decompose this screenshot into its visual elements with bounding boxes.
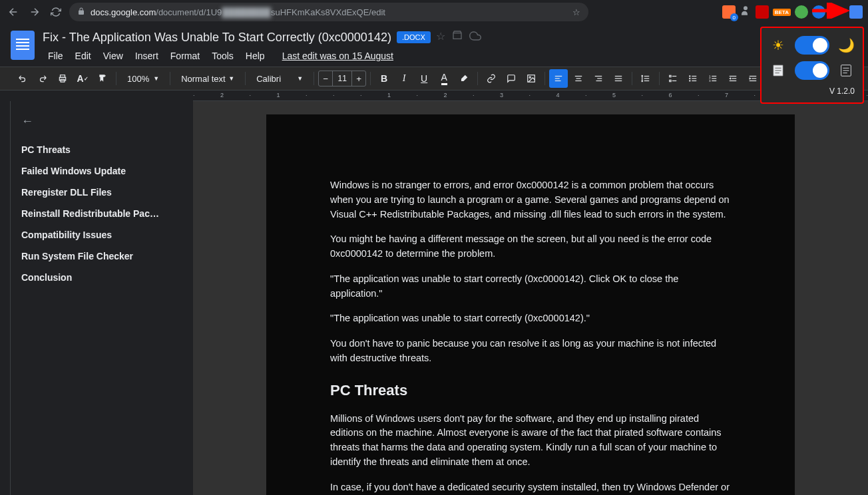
beta-badge[interactable]: BETA [773,9,791,16]
paint-format-button[interactable] [93,69,112,88]
svg-point-27 [690,76,690,77]
menu-tools[interactable]: Tools [206,48,239,64]
last-edit-link[interactable]: Last edit was on 15 August [282,51,393,61]
link-button[interactable] [482,69,501,88]
back-button[interactable] [5,4,21,20]
move-icon[interactable] [452,30,463,45]
cloud-icon[interactable] [469,30,481,45]
numbered-list-button[interactable]: 123 [704,69,722,88]
italic-button[interactable]: I [395,69,413,88]
zoom-select[interactable]: 100%▼ [120,71,166,86]
outline-item[interactable]: Run System File Checker [21,246,182,267]
bullet-list-button[interactable] [684,69,702,88]
outline-item[interactable]: Conclusion [21,267,182,288]
sun-icon: ☀ [769,37,787,54]
outdent-button[interactable] [724,69,742,88]
menu-view[interactable]: View [98,48,128,64]
separator [116,72,116,85]
paragraph: "The application was unable to start cor… [330,272,731,301]
outline-item[interactable]: Compatibility Issues [21,224,182,246]
checklist-button[interactable] [664,69,682,88]
align-center-button[interactable] [569,69,588,88]
menu-help[interactable]: Help [240,48,270,64]
size-decrease-button[interactable]: − [319,71,332,86]
undo-button[interactable] [13,69,32,88]
font-size-input[interactable] [332,71,352,86]
font-select[interactable]: Calibri▼ [250,71,310,86]
outline-back-button[interactable]: ← [21,114,182,128]
svg-point-0 [744,6,748,10]
indent-button[interactable] [744,69,762,88]
vertical-ruler[interactable] [0,101,11,495]
font-size-control: − + [318,71,366,86]
reload-button[interactable] [48,4,64,20]
align-right-button[interactable] [589,69,608,88]
paragraph: You don't have to panic because you can … [330,337,731,366]
highlight-button[interactable] [455,69,473,88]
moon-icon: 🌙 [837,37,855,54]
paragraph: "The application was unable to start cor… [330,311,731,326]
separator [170,72,170,85]
separator [245,72,246,85]
ext-icon-2[interactable] [740,5,752,19]
light-doc-icon [769,62,787,79]
paragraph: In case, if you don't have a dedicated s… [330,480,731,496]
svg-rect-23 [670,75,671,77]
annotation-arrow [811,3,857,19]
formatting-toolbar: A✓ 100%▼ Normal text▼ Calibri▼ − + B I U… [0,67,868,90]
url-text: docs.google.com/document/d/1U9████████su… [91,7,385,17]
menu-file[interactable]: File [43,48,69,64]
document-page[interactable]: Windows is no stranger to errors, and er… [266,114,795,495]
main-area: ← PC Threats Failed Windows Update Rereg… [0,101,868,495]
style-select[interactable]: Normal text▼ [174,71,241,86]
paragraph: You might be having a different message … [330,232,731,261]
docs-header: Fix - The Application Was Unable To Star… [0,24,868,67]
outline-item[interactable]: PC Threats [21,139,182,160]
align-left-button[interactable] [549,69,568,88]
ext-icon-4[interactable] [795,5,808,19]
text-color-button[interactable]: A [435,69,453,88]
separator [544,72,545,85]
align-justify-button[interactable] [609,69,628,88]
document-scroll[interactable]: Windows is no stranger to errors, and er… [193,101,868,495]
spellcheck-button[interactable]: A✓ [73,69,92,88]
menu-insert[interactable]: Insert [130,48,164,64]
version-label: V 1.2.0 [769,86,855,96]
menu-format[interactable]: Format [165,48,205,64]
redo-button[interactable] [33,69,52,88]
doc-dark-toggle[interactable] [795,61,829,80]
image-button[interactable] [522,69,541,88]
print-button[interactable] [53,69,72,88]
document-title[interactable]: Fix - The Application Was Unable To Star… [43,31,391,45]
svg-point-29 [690,78,690,79]
dark-mode-toggle[interactable] [795,36,829,55]
heading: PC Threats [330,379,731,401]
svg-point-7 [529,77,531,78]
underline-button[interactable]: U [415,69,433,88]
docs-logo-icon[interactable] [11,31,35,60]
separator [632,72,632,85]
dark-doc-icon [837,62,855,79]
outline-item[interactable]: Reregister DLL Files [21,182,182,203]
bold-button[interactable]: B [375,69,393,88]
menu-edit[interactable]: Edit [70,48,97,64]
svg-text:3: 3 [709,79,711,82]
separator [477,72,478,85]
outline-item[interactable]: Failed Windows Update [21,160,182,182]
star-icon[interactable]: ☆ [572,7,580,17]
size-increase-button[interactable]: + [352,71,365,86]
browser-toolbar: docs.google.com/document/d/1U9████████su… [0,0,868,24]
outline-sidebar: ← PC Threats Failed Windows Update Rereg… [11,101,193,495]
star-icon[interactable]: ☆ [436,30,445,45]
address-bar[interactable]: docs.google.com/document/d/1U9████████su… [69,3,588,21]
forward-button[interactable] [27,4,43,20]
paragraph: Millions of Windows users don't pay for … [330,412,731,470]
line-spacing-button[interactable] [636,69,655,88]
outline-item[interactable]: Reinstall Redistributable Pac… [21,203,182,224]
svg-rect-25 [670,80,671,81]
menu-bar: File Edit View Insert Format Tools Help … [43,47,857,65]
ext-icon-1[interactable]: 0 [722,5,736,19]
separator [370,72,371,85]
comment-button[interactable] [502,69,521,88]
ext-icon-3[interactable] [756,5,769,19]
